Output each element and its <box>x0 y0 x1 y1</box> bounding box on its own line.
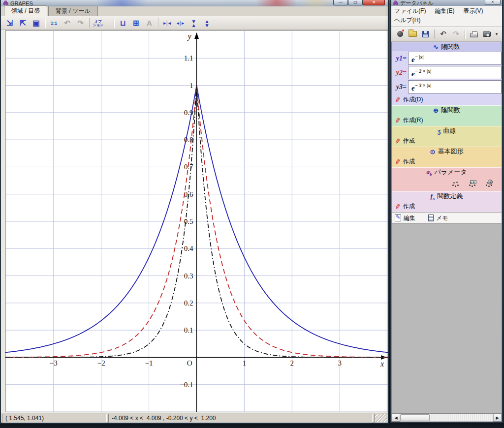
parameter-buttons <box>392 177 502 191</box>
options-icon[interactable]: オプ ション <box>92 17 104 29</box>
capture-icon[interactable] <box>481 29 492 40</box>
y3-expression-input[interactable]: e− 3 × |x| <box>408 80 502 93</box>
svg-text:1: 1 <box>189 82 193 90</box>
create-pen-icon: ✎ <box>394 95 401 104</box>
main-tabstrip: 領域 / 目盛 背景 / ツール <box>1 6 388 16</box>
implicit-function-header: ⊕ 陰関数 <box>392 105 502 115</box>
widen-x-icon[interactable]: ◂│▸ <box>174 17 187 29</box>
open-file-icon[interactable] <box>407 29 418 40</box>
section-basic-figure: ⊙ 基本図形 ✎ 作成 <box>392 147 502 167</box>
zoom-in-region-icon[interactable]: ⇱ <box>17 17 29 29</box>
status-cursor-coords: ( 1.545, 1.041) <box>2 414 107 423</box>
bomb-icon <box>397 31 403 37</box>
panel-titlebar[interactable]: データパネル ✕ <box>391 0 502 6</box>
scrollbar-thumb[interactable] <box>400 414 430 421</box>
svg-text:0.3: 0.3 <box>184 272 193 280</box>
svg-text:0.2: 0.2 <box>184 299 193 307</box>
curve-create-button[interactable]: ✎ 作成 <box>392 135 502 147</box>
widen-y-icon[interactable]: ▴ ▾ <box>201 17 213 29</box>
graph-area[interactable]: −3−2−1123−0.10.10.20.30.40.50.60.70.80.9… <box>5 31 388 412</box>
menu-view[interactable]: 表示(V) <box>462 6 484 16</box>
toolbar-separator <box>465 30 465 39</box>
edit-label: 編集 <box>404 214 415 222</box>
copy-region-icon[interactable]: ▣ <box>30 17 42 29</box>
redo-icon[interactable]: ↷ <box>450 29 462 40</box>
section-parameter: ab パラメータ <box>392 167 502 191</box>
explicit-function-header: ∿ 陽関数 <box>392 42 502 51</box>
parameter-dial-icon[interactable] <box>484 180 495 188</box>
basic-figure-create-button[interactable]: ✎ 作成 <box>392 156 502 167</box>
axis-label-icon[interactable]: A <box>143 17 156 29</box>
grid-settings-icon[interactable]: ⊞ <box>130 17 142 29</box>
scrollbar-track[interactable] <box>430 414 493 422</box>
scroll-right-icon[interactable]: ▶ <box>493 414 502 422</box>
scroll-left-icon[interactable]: ◀ <box>392 414 400 422</box>
implicit-create-button[interactable]: ✎ 作成(R) <box>392 115 502 126</box>
panel-empty-area <box>392 224 502 413</box>
function-definition-create-button[interactable]: ✎ 作成 <box>392 201 502 212</box>
toolbar-separator <box>114 18 114 28</box>
toolbar-separator <box>45 18 45 28</box>
data-panel-window: データパネル ✕ ファイル(F) 編集(E) 表示(V) ヘルプ(H) ↶ ↷ … <box>390 0 504 423</box>
undo-icon[interactable]: ↶ <box>438 29 449 40</box>
new-document-icon[interactable] <box>394 29 406 40</box>
y1-expression-input[interactable]: e− |x| <box>408 52 502 65</box>
explicit-function-title: 陽関数 <box>441 42 460 51</box>
y2-expression-input[interactable]: e− 2 × |x| <box>408 66 502 79</box>
implicit-function-title: 陰関数 <box>441 106 460 115</box>
save-file-icon[interactable] <box>420 29 431 40</box>
toolbar-separator <box>89 18 90 28</box>
folder-icon <box>409 31 417 37</box>
menu-file[interactable]: ファイル(F) <box>393 6 427 16</box>
create-pen-icon: ✎ <box>394 202 401 211</box>
minimize-button[interactable]: — <box>333 0 348 5</box>
tab-background-tools[interactable]: 背景 / ツール <box>48 5 98 16</box>
menu-help[interactable]: ヘルプ(H) <box>393 16 422 25</box>
function-plot[interactable]: −3−2−1123−0.10.10.20.30.40.50.60.70.80.9… <box>5 31 388 412</box>
grapes-window: GRAPES — ▢ ✕ 領域 / 目盛 背景 / ツール ⇲ ⇱ ▣ 1:1 … <box>0 0 389 424</box>
y1-label: y1= <box>392 55 408 62</box>
trace-region-icon[interactable]: ⊔ <box>117 17 129 29</box>
implicit-create-label: 作成(R) <box>403 116 423 124</box>
axis-ratio-1-1-icon[interactable]: 1:1 <box>48 17 60 29</box>
svg-text:3: 3 <box>338 359 342 367</box>
parameter-ab-icon: ab <box>426 168 432 177</box>
toolbar-separator <box>158 18 158 28</box>
edit-button[interactable]: 編集 <box>395 214 415 222</box>
explicit-curve-icon: ∿ <box>433 43 439 51</box>
close-button[interactable]: ✕ <box>363 0 385 5</box>
explicit-create-button[interactable]: ✎ 作成(D) <box>392 94 502 105</box>
print-icon[interactable] <box>468 29 479 40</box>
panel-close-button[interactable]: ✕ <box>485 0 501 5</box>
implicit-circle-cross-icon: ⊕ <box>433 107 439 114</box>
redo-view-icon[interactable]: ↷ <box>74 17 87 29</box>
svg-text:−2: −2 <box>97 359 105 367</box>
capture-dropdown-icon[interactable]: ▼ <box>494 29 500 40</box>
parameter-anim-icon-1[interactable] <box>450 180 461 188</box>
parameter-slider-icon[interactable] <box>467 180 478 188</box>
panel-horizontal-scrollbar[interactable]: ◀ ▶ <box>392 413 502 422</box>
maximize-button[interactable]: ▢ <box>348 0 363 5</box>
function-row-y2: y2= e− 2 × |x| <box>392 65 502 80</box>
tab-region-scale[interactable]: 領域 / 目盛 <box>4 5 47 16</box>
y1-exponent: − |x| <box>415 54 424 60</box>
camera-icon <box>483 31 491 37</box>
main-titlebar[interactable]: GRAPES — ▢ ✕ <box>1 0 388 6</box>
svg-text:O: O <box>187 359 192 367</box>
y2-base: e <box>411 70 415 78</box>
resize-grip[interactable] <box>374 414 387 423</box>
create-pen-icon: ✎ <box>394 157 401 166</box>
zoom-out-region-icon[interactable]: ⇲ <box>3 17 16 29</box>
memo-label: メモ <box>436 214 448 222</box>
memo-button[interactable]: メモ <box>428 214 448 222</box>
basic-figure-create-label: 作成 <box>403 157 415 166</box>
y3-base: e <box>411 84 415 92</box>
narrow-x-icon[interactable]: ▸│◂ <box>161 17 173 29</box>
narrow-y-icon[interactable]: ▾ ▴ <box>188 17 200 29</box>
edit-memo-row: 編集 メモ <box>392 212 502 224</box>
svg-text:−0.1: −0.1 <box>180 381 193 389</box>
undo-view-icon[interactable]: ↶ <box>61 17 73 29</box>
basic-figure-header: ⊙ 基本図形 <box>392 147 502 156</box>
menu-edit[interactable]: 編集(E) <box>434 6 455 16</box>
main-statusbar: ( 1.545, 1.041) -4.009 < x < 4.009 , -0.… <box>1 413 388 423</box>
